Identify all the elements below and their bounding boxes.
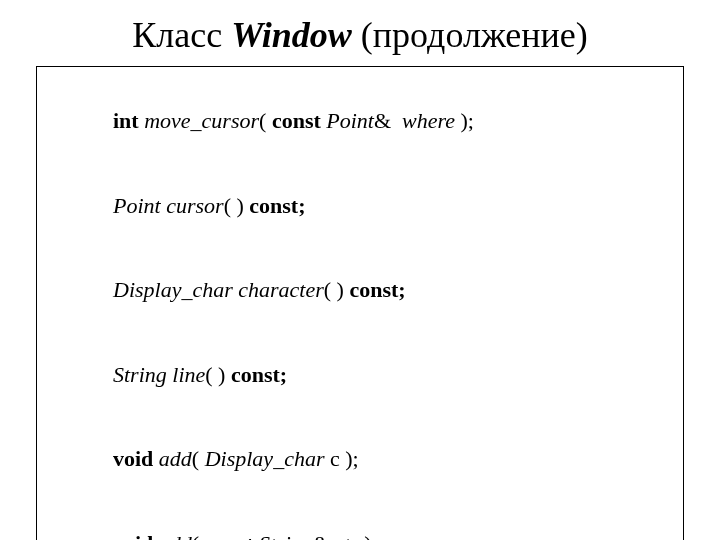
slide-title: Класс Window (продолжение) (0, 0, 720, 66)
code-box: int move_cursor( const Point& where ); P… (36, 66, 684, 540)
param: c ); (324, 446, 358, 471)
type: String (254, 531, 313, 541)
punct: ( ) (205, 362, 231, 387)
code-line: int move_cursor( const Point& where ); (51, 79, 669, 163)
keyword: const (272, 108, 321, 133)
type: Point (321, 108, 374, 133)
identifier: move_cursor (139, 108, 259, 133)
code-line: Display_char character( ) const; (51, 248, 669, 332)
keyword: int (113, 108, 139, 133)
code-line: void add( Display_char c ); (51, 417, 669, 501)
punct: ( (192, 446, 205, 471)
identifier: Point cursor (113, 193, 224, 218)
punct: ); (455, 108, 474, 133)
punct: ( (192, 531, 205, 541)
type: Display_char (205, 446, 325, 471)
identifier: Display_char character (113, 277, 324, 302)
keyword: void (113, 446, 153, 471)
keyword: void (113, 531, 153, 541)
keyword: const; (349, 277, 405, 302)
punct: ( (259, 108, 272, 133)
identifier: String line (113, 362, 205, 387)
code-line: void add( const String& str ); (51, 501, 669, 540)
keyword: const; (231, 362, 287, 387)
identifier: add (153, 531, 192, 541)
punct: ( ) (224, 193, 250, 218)
punct: ); (359, 531, 378, 541)
identifier: add (153, 446, 192, 471)
title-prefix: Класс (132, 15, 231, 55)
code-line: Point cursor( ) const; (51, 163, 669, 247)
keyword: const; (249, 193, 305, 218)
code-line: String line( ) const; (51, 332, 669, 416)
punct: & (374, 108, 402, 133)
title-suffix: (продолжение) (352, 15, 588, 55)
param: where (402, 108, 455, 133)
keyword: const (205, 531, 254, 541)
punct: ( ) (324, 277, 350, 302)
param: str (336, 531, 359, 541)
punct: & (313, 531, 336, 541)
title-window: Window (231, 15, 352, 55)
